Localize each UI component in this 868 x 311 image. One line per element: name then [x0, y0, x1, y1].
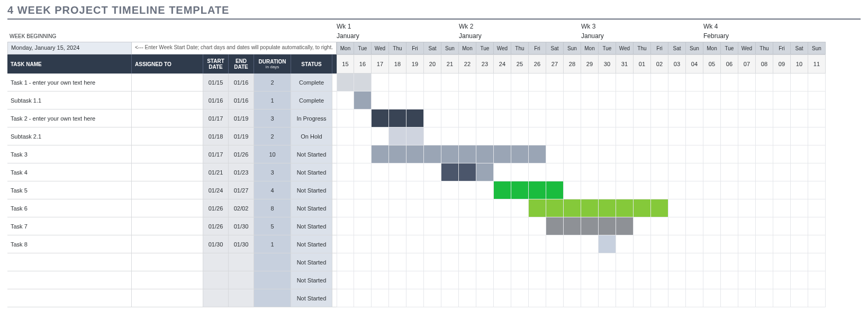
assigned-cell[interactable] [132, 271, 203, 289]
task-name-cell[interactable] [7, 253, 132, 271]
end-date-cell[interactable]: 01/30 [229, 235, 254, 253]
gantt-cell [441, 217, 459, 235]
assigned-cell[interactable] [132, 127, 203, 145]
assigned-cell[interactable] [132, 74, 203, 91]
start-date-cell[interactable]: 01/18 [203, 127, 229, 145]
start-date-cell[interactable]: 01/21 [203, 163, 229, 181]
status-cell[interactable]: Not Started [291, 217, 332, 235]
status-cell[interactable]: Not Started [291, 289, 332, 307]
task-name-cell[interactable]: Task 6 [7, 199, 132, 217]
status-cell[interactable]: Not Started [291, 163, 332, 181]
gantt-cell [459, 253, 476, 271]
end-date-cell[interactable]: 01/30 [229, 217, 254, 235]
end-date-cell[interactable]: 01/23 [229, 163, 254, 181]
end-date-cell[interactable] [229, 271, 254, 289]
gantt-cell [337, 199, 354, 217]
gantt-cell [703, 109, 721, 127]
assigned-cell[interactable] [132, 235, 203, 253]
end-date-cell[interactable]: 01/19 [229, 109, 254, 127]
task-name-cell[interactable] [7, 289, 132, 307]
start-date-cell[interactable]: 01/26 [203, 217, 229, 235]
assigned-cell[interactable] [132, 109, 203, 127]
gantt-cell [372, 181, 389, 199]
task-name-cell[interactable]: Task 1 - enter your own text here [7, 74, 132, 91]
week-beginning-input[interactable]: Monday, January 15, 2024 [7, 42, 132, 54]
month-row: JanuaryJanuaryJanuaryFebruary [337, 32, 861, 42]
end-date-cell[interactable]: 01/26 [229, 145, 254, 163]
day-of-week-cell: Mon [459, 42, 476, 54]
gantt-cell [738, 109, 756, 127]
gantt-cell [529, 92, 546, 109]
gantt-bar-segment [511, 145, 529, 163]
task-name-cell[interactable]: Task 8 [7, 235, 132, 253]
gantt-cell [703, 253, 721, 271]
status-cell[interactable]: Not Started [291, 253, 332, 271]
duration-cell: 2 [254, 74, 291, 91]
gantt-cell [424, 253, 441, 271]
start-date-cell[interactable] [203, 289, 229, 307]
task-name-cell[interactable]: Task 7 [7, 217, 132, 235]
start-date-cell[interactable]: 01/15 [203, 74, 229, 91]
start-date-cell[interactable]: 01/17 [203, 109, 229, 127]
assigned-cell[interactable] [132, 181, 203, 199]
assigned-cell[interactable] [132, 289, 203, 307]
start-date-cell[interactable]: 01/24 [203, 181, 229, 199]
start-date-cell[interactable] [203, 271, 229, 289]
task-name-cell[interactable]: Subtask 1.1 [7, 92, 132, 109]
gantt-cell [564, 163, 581, 181]
start-date-cell[interactable] [203, 253, 229, 271]
gantt-cell [703, 127, 721, 145]
end-date-cell[interactable]: 01/19 [229, 127, 254, 145]
assigned-cell[interactable] [132, 163, 203, 181]
assigned-cell[interactable] [132, 92, 203, 109]
assigned-cell[interactable] [132, 217, 203, 235]
gantt-cell [372, 217, 389, 235]
assigned-cell[interactable] [132, 199, 203, 217]
gantt-row [337, 235, 861, 253]
status-cell[interactable]: Not Started [291, 181, 332, 199]
end-date-cell[interactable]: 02/02 [229, 199, 254, 217]
gantt-cell [634, 253, 651, 271]
gantt-cell [651, 74, 668, 92]
status-cell[interactable]: Complete [291, 92, 332, 109]
status-cell[interactable]: On Hold [291, 127, 332, 145]
task-name-cell[interactable]: Task 5 [7, 181, 132, 199]
gantt-cell [494, 289, 511, 307]
end-date-cell[interactable] [229, 253, 254, 271]
gantt-cell [581, 253, 599, 271]
task-name-cell[interactable]: Task 3 [7, 145, 132, 163]
status-cell[interactable]: In Progress [291, 109, 332, 127]
end-date-cell[interactable]: 01/16 [229, 92, 254, 109]
gantt-bar-segment [337, 74, 354, 92]
end-date-cell[interactable]: 01/27 [229, 181, 254, 199]
start-date-cell[interactable]: 01/16 [203, 92, 229, 109]
status-cell[interactable]: Complete [291, 74, 332, 91]
gantt-cell [389, 163, 406, 181]
gantt-cell [686, 271, 703, 289]
task-name-cell[interactable] [7, 271, 132, 289]
gantt-cell [511, 289, 529, 307]
task-name-cell[interactable]: Subtask 2.1 [7, 127, 132, 145]
duration-cell: 2 [254, 127, 291, 145]
task-name-cell[interactable]: Task 4 [7, 163, 132, 181]
week-beginning-label: WEEK BEGINNING [7, 22, 337, 42]
start-date-cell[interactable]: 01/17 [203, 145, 229, 163]
day-of-week-cell: Fri [651, 42, 668, 54]
gantt-cell [634, 145, 651, 163]
status-cell[interactable]: Not Started [291, 271, 332, 289]
status-cell[interactable]: Not Started [291, 199, 332, 217]
task-name-cell[interactable]: Task 2 - enter your own text here [7, 109, 132, 127]
status-cell[interactable]: Not Started [291, 145, 332, 163]
day-of-month-row: 1516171819202122232425262728293031010203… [337, 54, 861, 74]
assigned-cell[interactable] [132, 253, 203, 271]
gantt-cell [476, 217, 494, 235]
duration-cell: 8 [254, 199, 291, 217]
status-cell[interactable]: Not Started [291, 235, 332, 253]
end-date-cell[interactable] [229, 289, 254, 307]
day-of-month-cell: 19 [406, 54, 424, 74]
end-date-cell[interactable]: 01/16 [229, 74, 254, 91]
assigned-cell[interactable] [132, 145, 203, 163]
start-date-cell[interactable]: 01/30 [203, 235, 229, 253]
start-date-cell[interactable]: 01/26 [203, 199, 229, 217]
gantt-cell [372, 253, 389, 271]
